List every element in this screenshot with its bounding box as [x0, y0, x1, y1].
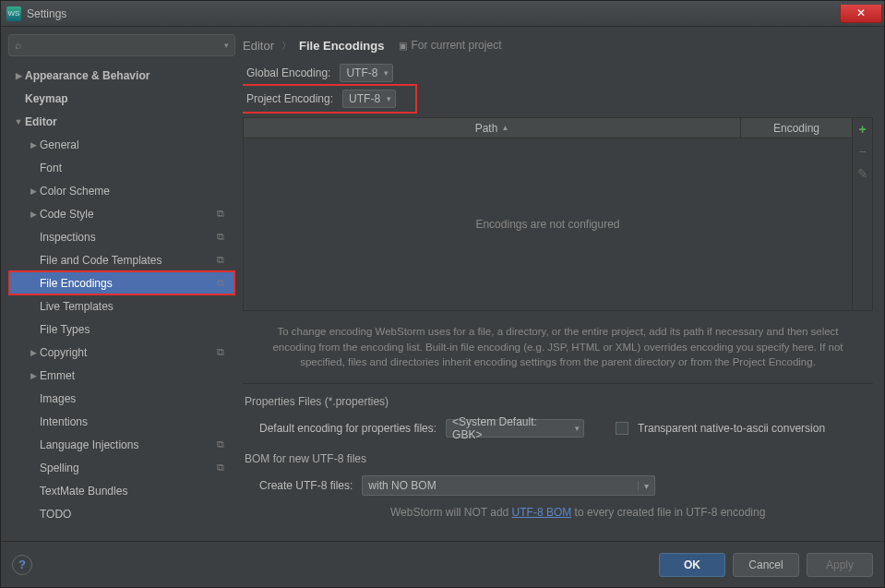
sidebar-item-code-style[interactable]: ▶Code Style⧉ [8, 202, 235, 225]
global-encoding-label: Global Encoding: [246, 66, 330, 79]
sidebar-item-label: Copyright [40, 346, 217, 359]
sidebar-item-label: File and Code Templates [40, 254, 217, 267]
global-encoding-dropdown[interactable]: UTF-8 [340, 64, 393, 82]
ok-button[interactable]: OK [659, 553, 725, 577]
sidebar-item-editor[interactable]: ▼Editor [8, 110, 235, 133]
search-input[interactable] [25, 39, 224, 52]
properties-section-title: Properties Files (*.properties) [245, 395, 873, 408]
project-encoding-row: Project Encoding: UTF-8 [243, 86, 415, 112]
chevron-right-icon: ▶ [27, 348, 40, 357]
sidebar-item-emmet[interactable]: ▶Emmet [8, 364, 235, 387]
encoding-column-header[interactable]: Encoding [741, 118, 852, 138]
chevron-right-icon: 〉 [281, 39, 292, 53]
breadcrumb-parent[interactable]: Editor [243, 39, 274, 53]
table-empty-text: Encodings are not configured [244, 138, 852, 310]
sidebar-item-label: Emmet [40, 369, 230, 382]
project-scope-icon: ⧉ [217, 462, 230, 474]
create-utf8-dropdown[interactable]: with NO BOM [362, 475, 655, 496]
sidebar-item-label: Keymap [25, 92, 230, 105]
sidebar-item-todo[interactable]: TODO [8, 502, 235, 525]
sidebar-item-label: Appearance & Behavior [25, 69, 230, 82]
project-scope-icon: ⧉ [217, 208, 230, 221]
bom-note: WebStorm will NOT add UTF-8 BOM to every… [243, 506, 873, 519]
chevron-right-icon: ▶ [27, 210, 40, 219]
settings-tree: ▶Appearance & BehaviorKeymap▼Editor▶Gene… [8, 64, 235, 541]
project-icon: ▣ [399, 41, 407, 51]
sidebar-item-images[interactable]: Images [8, 387, 235, 410]
sidebar-item-label: Images [40, 392, 230, 405]
encodings-table: Path ▲ Encoding Encodings are not config… [243, 117, 873, 311]
project-scope-icon: ⧉ [217, 231, 230, 244]
sidebar-item-live-templates[interactable]: Live Templates [8, 294, 235, 318]
sidebar-item-spelling[interactable]: Spelling⧉ [8, 456, 235, 479]
sidebar-item-label: Font [40, 162, 230, 174]
sidebar-item-label: Code Style [40, 208, 217, 221]
chevron-right-icon: ▶ [27, 371, 40, 380]
project-scope-icon: ⧉ [217, 438, 230, 451]
sidebar-item-general[interactable]: ▶General [8, 133, 235, 156]
project-encoding-dropdown[interactable]: UTF-8 [342, 90, 396, 108]
sidebar-item-copyright[interactable]: ▶Copyright⧉ [8, 341, 235, 364]
search-history-icon[interactable]: ▾ [224, 41, 229, 50]
for-project-badge: ▣ For current project [399, 39, 501, 52]
sidebar-item-appearance-behavior[interactable]: ▶Appearance & Behavior [8, 64, 235, 87]
sidebar-item-file-encodings[interactable]: File Encodings⧉ [8, 271, 235, 294]
sidebar-item-label: Color Scheme [40, 185, 230, 198]
sidebar-item-label: Editor [25, 115, 230, 128]
add-button[interactable]: + [858, 122, 866, 137]
description-text: To change encoding WebStorm uses for a f… [243, 311, 873, 384]
window-title: Settings [27, 7, 66, 20]
sidebar-item-label: Live Templates [40, 300, 230, 313]
sidebar-item-language-injections[interactable]: Language Injections⧉ [8, 433, 235, 456]
breadcrumb-current: File Encodings [299, 39, 384, 53]
sidebar-item-file-types[interactable]: File Types [8, 318, 235, 341]
sort-asc-icon: ▲ [501, 124, 508, 132]
project-encoding-label: Project Encoding: [246, 92, 333, 105]
titlebar: WS Settings ✕ [1, 1, 884, 27]
sidebar-item-label: Intentions [40, 415, 230, 428]
sidebar-item-label: Language Injections [40, 438, 217, 451]
help-button[interactable]: ? [12, 555, 32, 575]
remove-button[interactable]: − [858, 144, 866, 159]
transparent-checkbox[interactable] [616, 422, 628, 435]
transparent-label: Transparent native-to-ascii conversion [638, 422, 825, 435]
sidebar-item-label: Spelling [40, 462, 217, 474]
sidebar-item-label: File Types [40, 323, 230, 336]
app-icon: WS [6, 6, 21, 21]
sidebar-item-file-and-code-templates[interactable]: File and Code Templates⧉ [8, 248, 235, 271]
chevron-right-icon: ▶ [12, 71, 25, 80]
chevron-right-icon: ▶ [27, 140, 40, 150]
close-button[interactable]: ✕ [840, 5, 882, 23]
breadcrumb: Editor 〉 File Encodings ▣ For current pr… [243, 34, 877, 60]
sidebar-item-label: General [40, 138, 230, 151]
properties-default-label: Default encoding for properties files: [259, 422, 437, 435]
apply-button[interactable]: Apply [807, 553, 873, 577]
sidebar-item-font[interactable]: Font [8, 156, 235, 179]
chevron-right-icon: ▶ [27, 186, 40, 196]
path-column-header[interactable]: Path ▲ [244, 118, 741, 138]
bom-section-title: BOM for new UTF-8 files [245, 452, 873, 465]
chevron-down-icon: ▼ [12, 117, 25, 126]
sidebar-item-inspections[interactable]: Inspections⧉ [8, 225, 235, 248]
sidebar-item-label: Inspections [40, 231, 217, 244]
sidebar-item-label: TODO [40, 508, 230, 521]
create-utf8-label: Create UTF-8 files: [259, 479, 353, 492]
cancel-button[interactable]: Cancel [733, 553, 799, 577]
sidebar-item-color-scheme[interactable]: ▶Color Scheme [8, 179, 235, 202]
search-icon: ⌕ [15, 39, 21, 52]
sidebar-item-label: TextMate Bundles [40, 485, 230, 498]
edit-button[interactable]: ✎ [857, 166, 868, 181]
utf8-bom-link[interactable]: UTF-8 BOM [512, 506, 572, 519]
sidebar-item-intentions[interactable]: Intentions [8, 410, 235, 433]
search-field[interactable]: ⌕ ▾ [8, 34, 235, 56]
sidebar-item-textmate-bundles[interactable]: TextMate Bundles [8, 479, 235, 502]
project-scope-icon: ⧉ [217, 277, 230, 290]
sidebar-item-label: File Encodings [40, 277, 217, 290]
project-scope-icon: ⧉ [217, 254, 230, 267]
project-scope-icon: ⧉ [217, 346, 230, 359]
properties-default-dropdown[interactable]: <System Default: GBK> [446, 419, 584, 438]
sidebar-item-keymap[interactable]: Keymap [8, 87, 235, 110]
